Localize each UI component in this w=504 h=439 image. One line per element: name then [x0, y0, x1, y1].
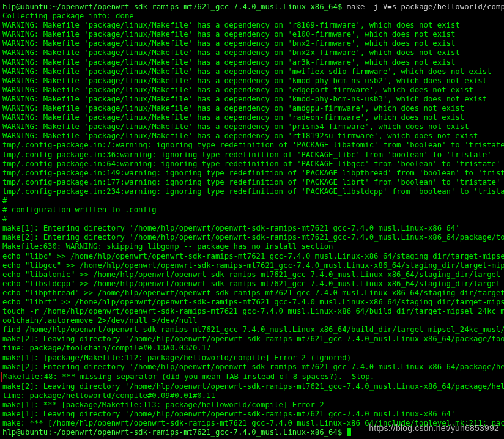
- prompt-path: ~/openwrt/openwrt-sdk-ramips-mt7621_gcc-…: [52, 428, 337, 437]
- prompt-dollar: $: [338, 428, 342, 437]
- error-highlight-box: Makefile:48: *** missing separator (did …: [1, 372, 426, 382]
- prompt-line-2: hlp@ubuntu:~/openwrt/openwrt-sdk-ramips-…: [2, 428, 347, 437]
- prompt-user: hlp@ubuntu: [2, 428, 48, 437]
- command-text: make -j V=s package/helloworld/compile: [347, 2, 504, 11]
- watermark-text: https://blog.csdn.net/yun6853992: [369, 423, 499, 433]
- cursor-icon: [347, 428, 351, 436]
- tail-lines: make[2]: Leaving directory '/home/hlp/op…: [2, 382, 504, 427]
- output-lines: Collecting package info: done WARNING: M…: [2, 12, 504, 371]
- prompt-path: ~/openwrt/openwrt-sdk-ramips-mt7621_gcc-…: [52, 2, 337, 11]
- prompt-line: hlp@ubuntu:~/openwrt/openwrt-sdk-ramips-…: [2, 2, 504, 11]
- prompt-dollar: $: [338, 2, 342, 11]
- terminal[interactable]: hlp@ubuntu:~/openwrt/openwrt-sdk-ramips-…: [0, 0, 504, 437]
- error-text: Makefile:48: *** missing separator (did …: [3, 372, 374, 381]
- prompt-user: hlp@ubuntu: [2, 2, 48, 11]
